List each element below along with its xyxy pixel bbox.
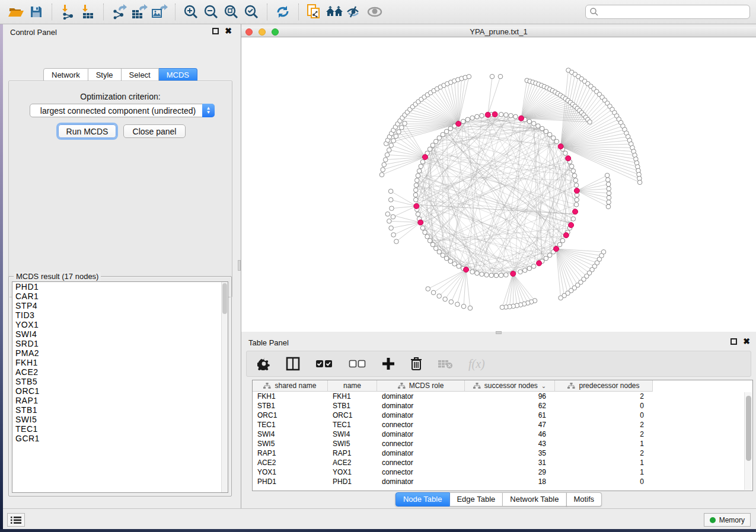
mcds-result-item[interactable]: ORC1 bbox=[12, 386, 228, 396]
tab-node-table[interactable]: Node Table bbox=[395, 492, 450, 507]
float-panel-icon[interactable] bbox=[731, 338, 737, 345]
zoom-selected-icon[interactable] bbox=[241, 2, 261, 21]
select-all-icon[interactable] bbox=[315, 355, 333, 373]
mcds-result-item[interactable]: SWI4 bbox=[12, 329, 228, 339]
mcds-result-item[interactable]: ACE2 bbox=[12, 367, 228, 377]
column-header-predecessor-nodes[interactable]: predecessor nodes bbox=[555, 380, 653, 392]
save-session-icon[interactable] bbox=[26, 2, 46, 21]
mcds-result-item[interactable]: TID3 bbox=[12, 310, 228, 320]
hide-details-icon[interactable] bbox=[344, 2, 365, 21]
table-row[interactable]: TEC1TEC1connector472 bbox=[253, 420, 752, 430]
table-row[interactable]: SWI4SWI4dominator462 bbox=[253, 430, 752, 439]
export-table-icon[interactable] bbox=[129, 2, 149, 21]
table-scrollbar-thumb[interactable] bbox=[746, 396, 751, 461]
table-cell: YOX1 bbox=[253, 467, 328, 477]
criterion-combobox[interactable]: largest connected component (undirected)… bbox=[30, 104, 215, 117]
table-scrollbar[interactable] bbox=[744, 392, 752, 490]
mcds-result-item[interactable]: PHD1 bbox=[12, 282, 228, 291]
mcds-result-item[interactable]: SWI5 bbox=[12, 415, 228, 424]
table-cell: 62 bbox=[465, 401, 555, 411]
mcds-result-item[interactable]: FKH1 bbox=[12, 358, 228, 367]
mcds-result-item[interactable]: CAR1 bbox=[12, 291, 228, 301]
mcds-result-item[interactable]: PMA2 bbox=[12, 348, 228, 358]
mcds-result-item[interactable]: RAP1 bbox=[12, 396, 228, 405]
network-overview-icon[interactable] bbox=[324, 2, 344, 21]
network-window-titlebar[interactable]: YPA_prune.txt_1 bbox=[241, 27, 756, 37]
float-panel-icon[interactable] bbox=[212, 28, 219, 34]
horizontal-splitter-handle[interactable] bbox=[496, 331, 502, 334]
log-console-button[interactable] bbox=[7, 513, 25, 527]
toolbar-separator bbox=[103, 4, 104, 20]
table-row[interactable]: ACE2ACE2connector311 bbox=[253, 458, 752, 467]
table-cell: SWI5 bbox=[328, 439, 377, 448]
table-row[interactable]: RAP1RAP1dominator352 bbox=[253, 448, 752, 458]
delete-column-icon[interactable] bbox=[410, 355, 422, 373]
export-network-icon[interactable] bbox=[109, 2, 129, 21]
table-cell bbox=[653, 420, 752, 430]
import-network-icon[interactable] bbox=[58, 2, 78, 21]
table-cell: 29 bbox=[465, 467, 555, 477]
table-cell: connector bbox=[377, 458, 465, 467]
table-cell: dominator bbox=[377, 477, 465, 486]
open-file-icon[interactable] bbox=[6, 2, 26, 21]
export-image-icon[interactable] bbox=[149, 2, 170, 21]
column-header-name[interactable]: name bbox=[328, 380, 377, 392]
deselect-all-icon[interactable] bbox=[349, 355, 366, 373]
mcds-result-item[interactable]: YOX1 bbox=[12, 320, 228, 329]
add-column-icon[interactable] bbox=[382, 355, 395, 373]
node-table-header: shared name name MCDS role successor nod… bbox=[253, 380, 752, 392]
table-row[interactable]: FKH1FKH1dominator962 bbox=[253, 392, 752, 401]
run-mcds-button[interactable]: Run MCDS bbox=[58, 124, 116, 138]
duplicate-network-icon[interactable] bbox=[304, 2, 324, 21]
combobox-stepper-icon[interactable]: ▲▼ bbox=[202, 104, 215, 117]
zoom-fit-icon[interactable] bbox=[221, 2, 241, 21]
mcds-result-item[interactable]: STP4 bbox=[12, 301, 228, 310]
mcds-result-item[interactable]: TEC1 bbox=[12, 424, 228, 434]
mcds-list-scrollbar[interactable] bbox=[221, 282, 228, 492]
mcds-result-list[interactable]: PHD1CAR1STP4TID3YOX1SWI4SRD1PMA2FKH1ACE2… bbox=[12, 281, 228, 493]
table-panel: Table Panel ✖ bbox=[241, 335, 756, 508]
zoom-in-icon[interactable] bbox=[181, 2, 201, 21]
table-cell: 61 bbox=[465, 411, 555, 420]
table-cell: STB1 bbox=[328, 401, 377, 411]
import-table-icon[interactable] bbox=[78, 2, 98, 21]
refresh-icon[interactable] bbox=[273, 2, 293, 21]
table-cell: SWI4 bbox=[328, 430, 377, 439]
show-details-icon[interactable] bbox=[365, 2, 385, 21]
close-panel-icon[interactable]: ✖ bbox=[743, 338, 750, 345]
splitter-handle[interactable] bbox=[238, 260, 241, 271]
split-columns-icon[interactable] bbox=[286, 355, 300, 373]
mcds-tab-content: Optimization criterion: largest connecte… bbox=[8, 81, 232, 297]
mcds-result-item[interactable]: STB5 bbox=[12, 377, 228, 386]
gear-icon[interactable] bbox=[257, 355, 270, 373]
close-panel-button[interactable]: Close panel bbox=[123, 124, 186, 138]
control-panel: Control Panel ✖ Network Style Select MCD… bbox=[3, 24, 238, 508]
table-row[interactable]: ORC1ORC1dominator610 bbox=[253, 411, 752, 420]
mcds-result-item[interactable]: STB1 bbox=[12, 405, 228, 415]
column-header-mcds-role[interactable]: MCDS role bbox=[377, 380, 465, 392]
mcds-result-item[interactable]: SRD1 bbox=[12, 339, 228, 348]
table-panel-tabs: Node Table Edge Table Network Table Moti… bbox=[395, 492, 602, 507]
mcds-result-item[interactable]: GCR1 bbox=[12, 434, 228, 443]
zoom-out-icon[interactable] bbox=[201, 2, 221, 21]
tab-edge-table[interactable]: Edge Table bbox=[449, 492, 503, 507]
delete-table-icon[interactable] bbox=[438, 355, 453, 373]
memory-label: Memory bbox=[719, 516, 745, 524]
column-header-shared-name[interactable]: shared name bbox=[253, 380, 328, 392]
table-row[interactable]: SWI5SWI5connector431 bbox=[253, 439, 752, 448]
tab-network-table[interactable]: Network Table bbox=[503, 492, 566, 507]
search-field[interactable] bbox=[585, 5, 750, 19]
column-header-successor-nodes[interactable]: successor nodes ⌄ bbox=[465, 380, 555, 392]
table-cell: 47 bbox=[465, 420, 555, 430]
network-canvas[interactable] bbox=[241, 37, 756, 332]
table-row[interactable]: PHD1PHD1dominator180 bbox=[253, 477, 752, 486]
function-builder-icon[interactable]: f(x) bbox=[468, 355, 485, 373]
search-input[interactable] bbox=[599, 8, 746, 16]
tab-motifs[interactable]: Motifs bbox=[566, 492, 602, 507]
table-row[interactable]: YOX1YOX1connector291 bbox=[253, 467, 752, 477]
desktop-wallpaper-left bbox=[0, 24, 3, 529]
table-row[interactable]: STB1STB1dominator620 bbox=[253, 401, 752, 411]
table-cell bbox=[653, 439, 752, 448]
memory-button[interactable]: Memory bbox=[704, 513, 751, 527]
close-panel-icon[interactable]: ✖ bbox=[225, 28, 232, 34]
